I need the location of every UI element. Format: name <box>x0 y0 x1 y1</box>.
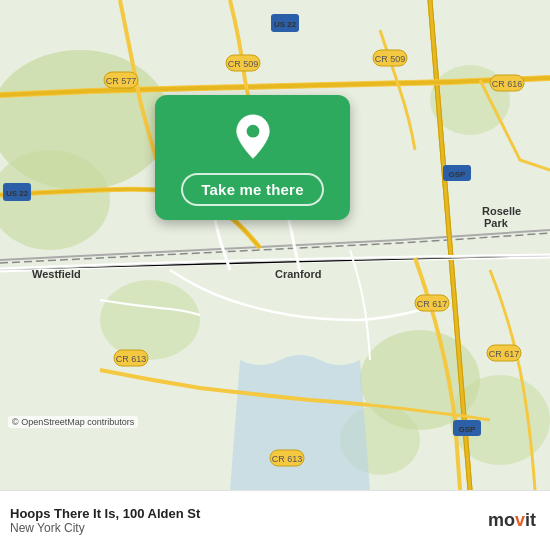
map-container: US 22 US 22 CR 577 CR 509 CR 509 CR 616 … <box>0 0 550 490</box>
pin-icon <box>228 113 278 163</box>
svg-text:CR 613: CR 613 <box>272 454 303 464</box>
place-city: New York City <box>10 521 200 535</box>
svg-text:CR 577: CR 577 <box>106 76 137 86</box>
take-me-there-button[interactable]: Take me there <box>181 173 323 206</box>
svg-text:CR 613: CR 613 <box>116 354 147 364</box>
roselle-park-label2: Park <box>484 217 509 229</box>
westfield-label: Westfield <box>32 268 81 280</box>
svg-text:CR 509: CR 509 <box>375 54 406 64</box>
roselle-park-label: Roselle <box>482 205 521 217</box>
cranford-label: Cranford <box>275 268 321 280</box>
location-card: Take me there <box>155 95 350 220</box>
svg-text:GSP: GSP <box>459 425 477 434</box>
svg-text:CR 617: CR 617 <box>417 299 448 309</box>
svg-point-3 <box>100 280 200 360</box>
svg-text:US 22: US 22 <box>6 189 29 198</box>
place-name: Hoops There It Is, 100 Alden St <box>10 506 200 521</box>
svg-point-32 <box>246 125 259 138</box>
moovit-v: v <box>515 510 525 530</box>
place-info: Hoops There It Is, 100 Alden St New York… <box>10 506 200 535</box>
moovit-logo: movit <box>488 510 536 531</box>
moovit-wordmark: movit <box>488 510 536 531</box>
bottom-bar: Hoops There It Is, 100 Alden St New York… <box>0 490 550 550</box>
svg-text:US 22: US 22 <box>274 20 297 29</box>
osm-attribution: © OpenStreetMap contributors <box>8 416 138 428</box>
svg-text:CR 617: CR 617 <box>489 349 520 359</box>
svg-text:CR 616: CR 616 <box>492 79 523 89</box>
svg-text:GSP: GSP <box>449 170 467 179</box>
svg-text:CR 509: CR 509 <box>228 59 259 69</box>
